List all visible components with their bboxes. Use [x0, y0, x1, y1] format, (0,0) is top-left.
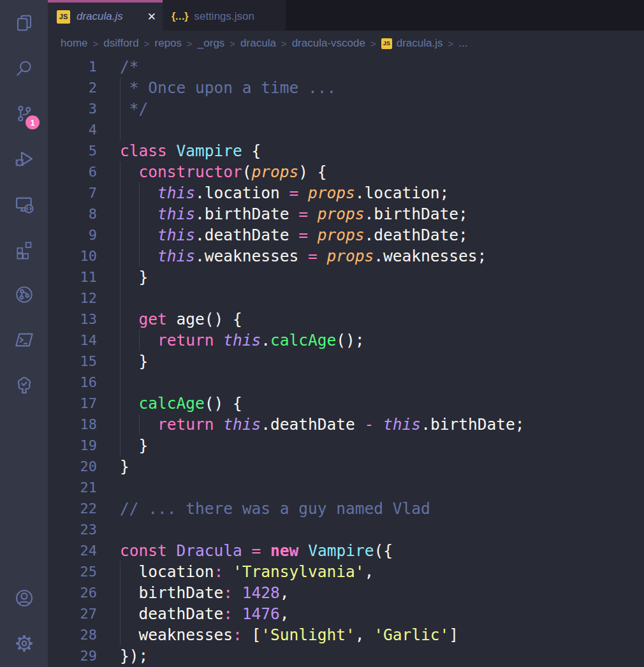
source-control-badge: 1: [26, 115, 40, 129]
breadcrumb-item[interactable]: dsifford: [103, 37, 138, 50]
line-number: 23: [48, 522, 97, 538]
code-text: // ... there was a guy named Vlad: [120, 499, 430, 518]
code-text: birthDate: 1428,: [120, 583, 289, 602]
breadcrumb-label: dracula-vscode: [292, 37, 365, 50]
indent-guide: [139, 224, 140, 246]
code-line: 18 return this.deathDate - this.birthDat…: [48, 414, 644, 435]
run-debug-icon[interactable]: [0, 136, 48, 181]
indent-guide: [120, 351, 121, 372]
code-line: 7 this.location = props.location;: [48, 182, 644, 203]
breadcrumb-label: _orgs: [198, 37, 225, 50]
todo-tree-icon[interactable]: [0, 362, 48, 407]
line-number: 9: [48, 227, 97, 243]
line-number: 22: [48, 501, 97, 517]
indent-guide: [139, 203, 140, 224]
breadcrumb-item[interactable]: dracula: [240, 37, 276, 50]
line-number: 19: [48, 437, 97, 453]
activity-bar: 1: [0, 0, 48, 667]
line-number: 3: [48, 101, 97, 117]
breadcrumb-item[interactable]: ...: [458, 37, 467, 50]
accounts-icon[interactable]: [0, 575, 48, 620]
line-number: 1: [48, 59, 97, 75]
code-line: 22// ... there was a guy named Vlad: [48, 498, 644, 519]
indent-guide: [120, 224, 121, 246]
tab-title: settings.json: [194, 10, 279, 23]
close-icon[interactable]: ✕: [147, 11, 156, 22]
source-control-icon[interactable]: 1: [0, 91, 48, 136]
breadcrumb-item[interactable]: JSdracula.js: [381, 37, 443, 50]
line-number: 29: [48, 648, 97, 664]
breadcrumb-item[interactable]: repos: [155, 37, 182, 50]
line-number: 14: [48, 332, 97, 348]
breadcrumb-label: dracula.js: [397, 37, 443, 50]
code-line: 2 * Once upon a time ...: [48, 77, 644, 98]
code-line: 14 return this.calcAge();: [48, 330, 644, 351]
breadcrumb-item[interactable]: dracula-vscode: [292, 37, 365, 50]
chevron-right-icon: >: [230, 38, 235, 49]
indent-guide: [120, 203, 121, 224]
chevron-right-icon: >: [281, 38, 287, 49]
code-text: * Once upon a time ...: [120, 78, 336, 97]
code-text: });: [120, 647, 148, 665]
line-number: 24: [48, 543, 97, 559]
code-text: */: [120, 99, 148, 118]
breadcrumb-label: repos: [155, 37, 182, 50]
code-line: 8 this.birthDate = props.birthDate;: [48, 203, 644, 224]
indent-guide: [120, 603, 121, 624]
settings-gear-icon[interactable]: [0, 620, 48, 666]
indent-guide: [120, 77, 121, 98]
code-line: 27 deathDate: 1476,: [48, 603, 644, 624]
indent-guide: [120, 309, 121, 330]
tab-bar: JS dracula.js ✕ {…} settings.json: [48, 0, 644, 31]
tab-settings-json[interactable]: {…} settings.json: [163, 0, 286, 31]
code-text: }: [120, 457, 129, 476]
code-line: 24const Dracula = new Vampire({: [48, 540, 644, 561]
line-number: 12: [48, 290, 97, 306]
tab-dracula-js[interactable]: JS dracula.js ✕: [48, 0, 163, 31]
code-editor[interactable]: 1/*2 * Once upon a time ...3 */45class V…: [48, 56, 644, 667]
code-text: weaknesses: ['Sunlight', 'Garlic']: [120, 626, 458, 644]
code-line: 3 */: [48, 98, 644, 119]
vscode-window: 1: [0, 0, 644, 667]
code-line: 15 }: [48, 351, 644, 372]
code-text: this.weaknesses = props.weaknesses;: [120, 247, 487, 265]
search-icon[interactable]: [0, 45, 48, 91]
breadcrumb-item[interactable]: home: [61, 37, 88, 50]
code-text: location: 'Transylvania',: [120, 562, 374, 581]
line-number: 8: [48, 206, 97, 222]
code-line: 16: [48, 372, 644, 393]
extensions-icon[interactable]: [0, 226, 48, 272]
code-text: get age() {: [120, 310, 242, 328]
chevron-right-icon: >: [144, 38, 150, 49]
line-number: 11: [48, 269, 97, 285]
code-text: }: [120, 268, 148, 286]
indent-guide: [120, 246, 121, 267]
line-number: 7: [48, 185, 97, 201]
breadcrumb-item[interactable]: _orgs: [198, 37, 225, 50]
remote-explorer-icon[interactable]: [0, 181, 48, 226]
indent-guide: [139, 182, 140, 203]
code-line: 13 get age() {: [48, 309, 644, 330]
code-text: this.deathDate = props.deathDate;: [120, 226, 468, 244]
code-text: class Vampire {: [120, 142, 261, 160]
indent-guide: [139, 246, 140, 267]
code-line: 9 this.deathDate = props.deathDate;: [48, 224, 644, 246]
indent-guide: [120, 561, 121, 582]
indent-guide: [120, 372, 121, 393]
code-line: 23: [48, 519, 644, 540]
js-file-icon: JS: [381, 38, 392, 49]
chevron-right-icon: >: [93, 38, 99, 49]
code-text: this.location = props.location;: [120, 184, 449, 202]
chevron-right-icon: >: [370, 38, 376, 49]
git-graph-icon[interactable]: [0, 272, 48, 317]
code-line: 28 weaknesses: ['Sunlight', 'Garlic']: [48, 624, 644, 645]
explorer-icon[interactable]: [0, 0, 48, 45]
breadcrumb-label: dsifford: [103, 37, 138, 50]
line-number: 2: [48, 80, 97, 96]
powershell-icon[interactable]: [0, 317, 48, 362]
code-text: }: [120, 352, 148, 370]
code-line: 4: [48, 119, 644, 140]
code-line: 29});: [48, 645, 644, 666]
tab-title: dracula.js: [77, 10, 142, 23]
indent-guide: [120, 182, 121, 203]
